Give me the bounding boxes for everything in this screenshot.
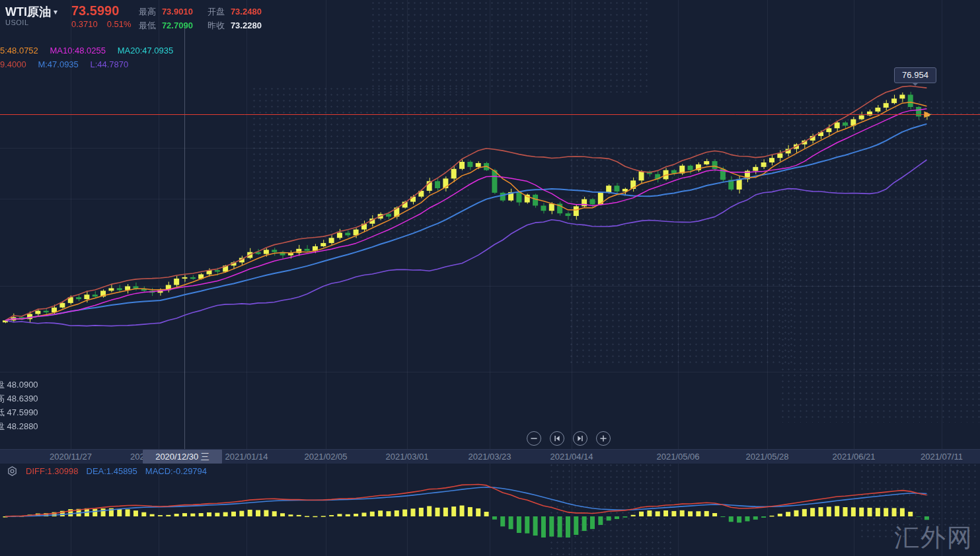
stat-label-low: 最低 <box>139 20 156 30</box>
crosshair-high: 高 48.6390 <box>0 392 38 405</box>
symbol-name: WTI原油 <box>5 5 51 18</box>
stat-label-prev-close: 昨收 <box>207 20 225 30</box>
x-axis: 202 2020/12/30 三 2020/11/272021/01/14202… <box>0 449 980 464</box>
crosshair-ohlc-tooltip: 盘 48.0900 高 48.6390 低 47.5990 盘 48.2880 <box>0 378 38 433</box>
stat-value-open: 73.2480 <box>231 7 262 17</box>
price-change: 0.3710 <box>71 19 98 29</box>
stat-value-low: 72.7090 <box>162 20 193 30</box>
ma5-value: 5:48.0752 <box>0 46 38 55</box>
x-axis-tick: 2021/07/11 <box>921 452 963 462</box>
ma-legend-row: 5:48.0752 MA10:48.0255 MA20:47.0935 <box>0 46 182 55</box>
macd-legend-row: DIFF:1.30998 DEA:1.45895 MACD:-0.29794 <box>7 466 207 477</box>
macd-value: MACD:-0.29794 <box>145 466 207 476</box>
symbol-selector[interactable]: WTI原油▾ <box>5 4 57 20</box>
ma20-value: MA20:47.0935 <box>118 46 174 55</box>
crosshair-open: 盘 48.0900 <box>0 378 38 392</box>
high-price-tag: 76.954 <box>894 67 936 83</box>
ma10-value: MA10:48.0255 <box>50 46 106 55</box>
x-axis-tick: 2021/05/06 <box>656 452 699 462</box>
step-left-button[interactable] <box>550 431 564 446</box>
price-change-percent: 0.51% <box>107 19 132 29</box>
trading-app: 汇外网 WTI原油▾ USOIL 73.5990 0.37100.51% 最高 … <box>0 0 980 556</box>
stat-value-prev-close: 73.2280 <box>231 20 262 30</box>
price-change-row: 0.37100.51% <box>71 19 132 29</box>
macd-diff-value: DIFF:1.30998 <box>26 466 79 476</box>
x-axis-tick: 2021/06/21 <box>832 452 875 462</box>
x-axis-tick: 2021/04/14 <box>550 452 593 462</box>
stat-value-high: 73.9010 <box>162 7 193 17</box>
stat-label-high: 最高 <box>139 7 156 17</box>
x-axis-tick: 2021/01/14 <box>225 452 268 462</box>
step-right-button[interactable] <box>573 431 587 446</box>
x-axis-tick: 2021/02/05 <box>304 452 347 462</box>
crosshair-date-label: 2020/12/30 三 <box>143 450 222 464</box>
plus-icon <box>597 431 610 446</box>
x-axis-tick: 2021/03/01 <box>385 452 428 462</box>
minus-icon <box>527 431 541 446</box>
zoom-in-button[interactable] <box>596 431 611 446</box>
x-axis-tick: 2021/05/28 <box>745 452 788 462</box>
macd-settings-icon[interactable] <box>7 466 18 477</box>
macd-dea-value: DEA:1.45895 <box>87 466 137 476</box>
crosshair-low: 低 47.5990 <box>0 405 38 419</box>
x-axis-tick: 2021/03/23 <box>468 452 511 462</box>
boll-mid-value: M:47.0935 <box>38 59 78 69</box>
crosshair-close: 盘 48.2880 <box>0 419 38 433</box>
last-price: 73.5990 <box>71 3 119 18</box>
boll-upper-value: 9.4000 <box>0 59 26 69</box>
zoom-out-button[interactable] <box>527 431 541 446</box>
x-axis-tick: 2020/11/27 <box>50 452 92 462</box>
boll-legend-row: 9.4000 M:47.0935 L:44.7870 <box>0 59 137 69</box>
skip-left-icon <box>550 431 564 446</box>
boll-lower-value: L:44.7870 <box>90 59 128 69</box>
symbol-code: USOIL <box>5 18 29 26</box>
chevron-down-icon: ▾ <box>54 7 57 17</box>
stat-label-open: 开盘 <box>207 7 225 17</box>
skip-right-icon <box>574 431 587 446</box>
